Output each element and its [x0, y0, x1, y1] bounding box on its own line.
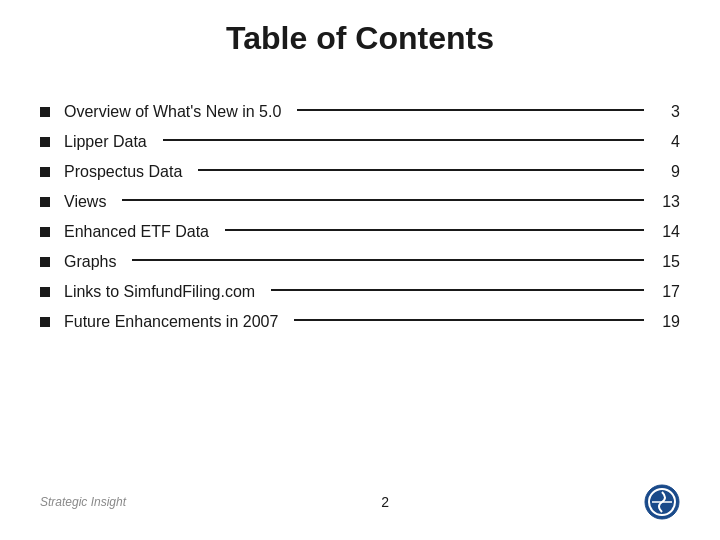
toc-item: Prospectus Data9: [40, 157, 680, 187]
toc-page-number: 3: [660, 103, 680, 121]
toc-item-label: Overview of What's New in 5.0: [64, 103, 281, 121]
page-container: Table of Contents Overview of What's New…: [0, 0, 720, 540]
toc-dots: [225, 229, 644, 231]
toc-item: Views13: [40, 187, 680, 217]
toc-dots: [163, 139, 644, 141]
toc-item: Links to SimfundFiling.com17: [40, 277, 680, 307]
bullet-icon: [40, 137, 50, 147]
toc-page-number: 15: [660, 253, 680, 271]
toc-page-number: 13: [660, 193, 680, 211]
toc-list: Overview of What's New in 5.03Lipper Dat…: [40, 97, 680, 474]
toc-item-label: Links to SimfundFiling.com: [64, 283, 255, 301]
bullet-icon: [40, 167, 50, 177]
toc-item-label: Enhanced ETF Data: [64, 223, 209, 241]
footer-brand: Strategic Insight: [40, 495, 126, 509]
footer-page-number: 2: [381, 494, 389, 510]
toc-dots: [198, 169, 644, 171]
toc-page-number: 9: [660, 163, 680, 181]
page-title: Table of Contents: [40, 20, 680, 67]
toc-item-label: Future Enhancements in 2007: [64, 313, 278, 331]
toc-dots: [297, 109, 644, 111]
toc-page-number: 4: [660, 133, 680, 151]
toc-dots: [294, 319, 644, 321]
toc-item: Lipper Data4: [40, 127, 680, 157]
toc-item: Overview of What's New in 5.03: [40, 97, 680, 127]
footer-logo-icon: [644, 484, 680, 520]
bullet-icon: [40, 197, 50, 207]
toc-item-label: Views: [64, 193, 106, 211]
bullet-icon: [40, 287, 50, 297]
toc-item: Future Enhancements in 200719: [40, 307, 680, 337]
bullet-icon: [40, 317, 50, 327]
toc-dots: [132, 259, 644, 261]
toc-item-label: Graphs: [64, 253, 116, 271]
bullet-icon: [40, 107, 50, 117]
toc-page-number: 17: [660, 283, 680, 301]
toc-page-number: 19: [660, 313, 680, 331]
toc-item: Graphs15: [40, 247, 680, 277]
footer: Strategic Insight 2: [40, 474, 680, 520]
toc-item-label: Prospectus Data: [64, 163, 182, 181]
toc-item-label: Lipper Data: [64, 133, 147, 151]
toc-dots: [271, 289, 644, 291]
toc-page-number: 14: [660, 223, 680, 241]
bullet-icon: [40, 257, 50, 267]
toc-item: Enhanced ETF Data14: [40, 217, 680, 247]
bullet-icon: [40, 227, 50, 237]
toc-dots: [122, 199, 644, 201]
